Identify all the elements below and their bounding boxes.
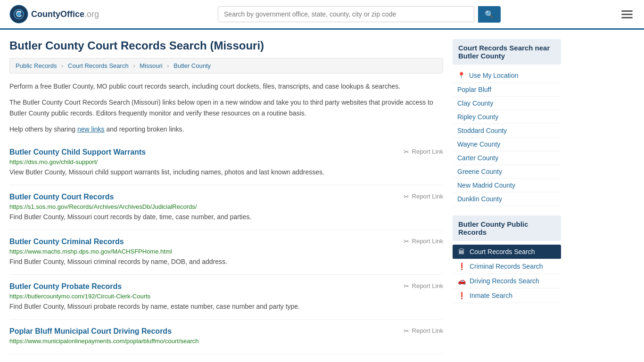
search-area: 🔍 bbox=[218, 6, 501, 23]
record-header: Poplar Bluff Municipal Court Driving Rec… bbox=[9, 327, 443, 337]
record-url: https://www.machs.mshp.dps.mo.gov/MACHSF… bbox=[9, 248, 443, 255]
report-icon: ✂ bbox=[404, 327, 409, 335]
record-title[interactable]: Poplar Bluff Municipal Court Driving Rec… bbox=[9, 327, 172, 336]
hamburger-icon bbox=[621, 10, 633, 12]
svg-point-3 bbox=[17, 12, 21, 16]
record-url: https://dss.mo.gov/child-support/ bbox=[9, 158, 443, 165]
public-records-link[interactable]: 🚗Driving Records Search bbox=[453, 274, 561, 288]
report-label: Report Link bbox=[412, 282, 443, 289]
public-records-section: Butler County Public Records 🏛Court Reco… bbox=[453, 215, 561, 303]
nearby-section: Court Records Search near Butler County … bbox=[453, 39, 561, 206]
sidebar-icon: ❗ bbox=[457, 263, 466, 270]
report-label: Report Link bbox=[412, 327, 443, 334]
record-title[interactable]: Butler County Criminal Records bbox=[9, 238, 124, 246]
report-icon: ✂ bbox=[404, 193, 409, 200]
record-item: Butler County Criminal Records ✂ Report … bbox=[9, 230, 443, 275]
report-label: Report Link bbox=[412, 193, 443, 200]
logo-icon: C bbox=[9, 5, 28, 24]
nearby-link[interactable]: Ripley County bbox=[453, 110, 561, 124]
public-records-link[interactable]: ❗Inmate Search bbox=[453, 288, 561, 303]
record-header: Butler County Criminal Records ✂ Report … bbox=[9, 238, 443, 248]
sidebar-link-label: Driving Records Search bbox=[470, 277, 539, 285]
record-item: Poplar Bluff Municipal Court Driving Rec… bbox=[9, 320, 443, 354]
page-title: Butler County Court Records Search (Miss… bbox=[9, 39, 443, 52]
record-url: https://s1.sos.mo.gov/Records/Archives/A… bbox=[9, 203, 443, 210]
breadcrumb-public-records[interactable]: Public Records bbox=[16, 62, 57, 69]
public-records-link[interactable]: ❗Criminal Records Search bbox=[453, 259, 561, 274]
report-link-button[interactable]: ✂ Report Link bbox=[404, 327, 443, 335]
record-description: Find Butler County, Missouri criminal re… bbox=[9, 257, 443, 267]
nearby-link[interactable]: Greene County bbox=[453, 165, 561, 179]
sidebar-icon: ❗ bbox=[457, 292, 466, 299]
location-pin-icon: 📍 bbox=[457, 72, 465, 79]
record-header: Butler County Court Records ✂ Report Lin… bbox=[9, 193, 443, 203]
record-title[interactable]: Butler County Probate Records bbox=[9, 282, 122, 291]
report-link-button[interactable]: ✂ Report Link bbox=[404, 193, 443, 200]
report-label: Report Link bbox=[412, 148, 443, 155]
report-link-button[interactable]: ✂ Report Link bbox=[404, 282, 443, 290]
search-icon: 🔍 bbox=[485, 10, 494, 18]
breadcrumb-separator: › bbox=[167, 62, 169, 69]
breadcrumb-separator: › bbox=[133, 62, 135, 69]
search-input[interactable] bbox=[218, 6, 474, 22]
breadcrumb: Public Records › Court Records Search › … bbox=[9, 58, 443, 74]
record-url: https://www.municipalonlinepayments.com/… bbox=[9, 337, 443, 345]
nearby-link[interactable]: New Madrid County bbox=[453, 179, 561, 192]
breadcrumb-court-records[interactable]: Court Records Search bbox=[68, 62, 129, 69]
nearby-link[interactable]: Poplar Bluff bbox=[453, 83, 561, 97]
breadcrumb-butler-county[interactable]: Butler County bbox=[173, 62, 211, 69]
report-link-button[interactable]: ✂ Report Link bbox=[404, 238, 443, 245]
record-header: Butler County Probate Records ✂ Report L… bbox=[9, 282, 443, 293]
record-item: Butler County Probate Records ✂ Report L… bbox=[9, 275, 443, 320]
menu-button[interactable] bbox=[619, 8, 635, 20]
use-location-label: Use My Location bbox=[469, 72, 518, 79]
sidebar-icon: 🚗 bbox=[457, 277, 466, 285]
hamburger-icon bbox=[621, 17, 633, 18]
record-title[interactable]: Butler County Child Support Warrants bbox=[9, 148, 146, 156]
sidebar-link-label: Criminal Records Search bbox=[470, 263, 543, 270]
description-3: Help others by sharing new links and rep… bbox=[9, 124, 443, 134]
record-description: Find Butler County, Missouri probate rec… bbox=[9, 302, 443, 312]
public-records-links: 🏛Court Records Search❗Criminal Records S… bbox=[453, 245, 561, 303]
record-url: https://butlercountymo.com/192/Circuit-C… bbox=[9, 293, 443, 300]
sidebar: Court Records Search near Butler County … bbox=[453, 39, 561, 354]
nearby-link[interactable]: Clay County bbox=[453, 97, 561, 110]
logo-text: CountyOffice.org bbox=[31, 9, 99, 19]
description-2: The Butler County Court Records Search (… bbox=[9, 97, 443, 118]
public-records-title: Butler County Public Records bbox=[453, 215, 561, 241]
search-button[interactable]: 🔍 bbox=[478, 6, 501, 23]
report-icon: ✂ bbox=[404, 282, 409, 290]
breadcrumb-missouri[interactable]: Missouri bbox=[140, 62, 162, 69]
sidebar-link-label: Court Records Search bbox=[470, 248, 535, 255]
record-header: Butler County Child Support Warrants ✂ R… bbox=[9, 148, 443, 158]
report-label: Report Link bbox=[412, 238, 443, 245]
record-title[interactable]: Butler County Court Records bbox=[9, 193, 114, 201]
sidebar-link-label: Inmate Search bbox=[470, 292, 512, 299]
nearby-link[interactable]: Wayne County bbox=[453, 138, 561, 151]
records-list: Butler County Child Support Warrants ✂ R… bbox=[9, 140, 443, 354]
breadcrumb-separator: › bbox=[61, 62, 63, 69]
record-description: Find Butler County, Missouri court recor… bbox=[9, 212, 443, 222]
record-description: View Butler County, Missouri child suppo… bbox=[9, 167, 443, 177]
nearby-link[interactable]: Carter County bbox=[453, 151, 561, 165]
nearby-links: Poplar BluffClay CountyRipley CountyStod… bbox=[453, 83, 561, 206]
nearby-link[interactable]: Stoddard County bbox=[453, 124, 561, 138]
report-link-button[interactable]: ✂ Report Link bbox=[404, 148, 443, 156]
public-records-link[interactable]: 🏛Court Records Search bbox=[453, 245, 561, 259]
header: C CountyOffice.org 🔍 bbox=[0, 0, 644, 30]
report-icon: ✂ bbox=[404, 148, 409, 156]
record-item: Butler County Court Records ✂ Report Lin… bbox=[9, 185, 443, 230]
description-1: Perform a free Butler County, MO public … bbox=[9, 81, 443, 91]
nearby-link[interactable]: Dunklin County bbox=[453, 192, 561, 206]
hamburger-icon bbox=[621, 14, 633, 15]
record-item: Butler County Child Support Warrants ✂ R… bbox=[9, 140, 443, 185]
new-links-link[interactable]: new links bbox=[77, 125, 105, 133]
nearby-section-title: Court Records Search near Butler County bbox=[453, 39, 561, 65]
sidebar-icon: 🏛 bbox=[457, 248, 466, 255]
logo-area: C CountyOffice.org bbox=[9, 5, 99, 24]
content-area: Butler County Court Records Search (Miss… bbox=[9, 39, 443, 354]
report-icon: ✂ bbox=[404, 238, 409, 245]
use-my-location[interactable]: 📍 Use My Location bbox=[453, 68, 561, 83]
main-content: Butler County Court Records Search (Miss… bbox=[0, 30, 644, 362]
